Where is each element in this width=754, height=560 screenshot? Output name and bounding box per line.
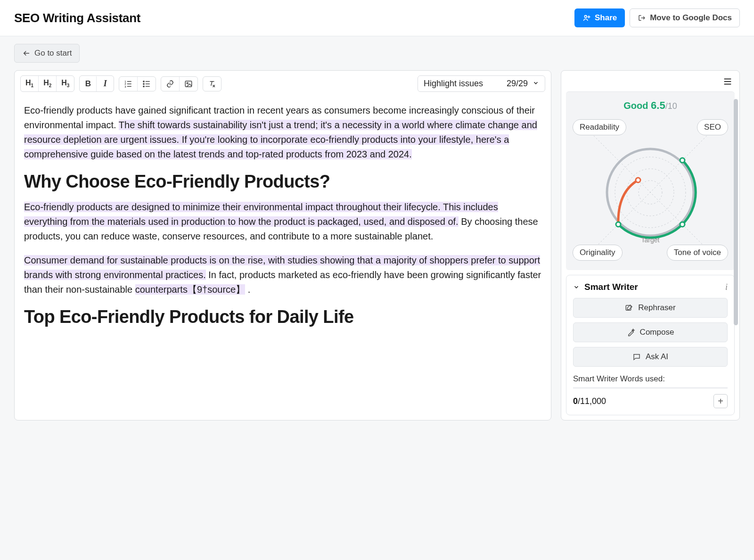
clear-group — [203, 76, 221, 91]
paragraph: Eco-friendly products have gained signif… — [24, 103, 541, 162]
paragraph: Eco-friendly products are designed to mi… — [24, 200, 541, 244]
usage-value: 0/11,000 — [573, 396, 606, 406]
go-to-start-label: Go to start — [34, 49, 72, 58]
rephraser-label: Rephraser — [638, 303, 675, 313]
style-group: B I — [79, 75, 114, 92]
smart-writer-panel: Smart Writer i Rephraser Compose Ask AI — [566, 275, 735, 415]
svg-rect-15 — [186, 81, 192, 87]
originality-pill[interactable]: Originality — [573, 245, 623, 261]
chevron-down-icon — [533, 80, 539, 88]
heading-group: H1 H2 H3 — [20, 75, 74, 91]
readability-pill[interactable]: Readability — [573, 119, 626, 135]
tone-pill[interactable]: Tone of voice — [667, 245, 728, 261]
chevron-down-icon — [573, 284, 580, 290]
insert-group — [161, 76, 198, 91]
svg-point-11 — [143, 86, 144, 87]
heading: Why Choose Eco-Friendly Products? — [24, 171, 541, 192]
rephraser-button[interactable]: Rephraser — [573, 298, 728, 318]
editor-panel: H1 H2 H3 B I 123 — [14, 70, 551, 420]
italic-button[interactable]: I — [97, 76, 114, 91]
ask-ai-label: Ask AI — [646, 352, 668, 362]
svg-point-16 — [187, 82, 188, 84]
ordered-list-button[interactable]: 123 — [119, 77, 138, 91]
editor-toolbar: H1 H2 H3 B I 123 — [15, 71, 551, 97]
usage-bar — [573, 387, 728, 388]
clear-format-button[interactable] — [203, 77, 221, 91]
image-button[interactable] — [180, 77, 197, 91]
share-label: Share — [595, 13, 617, 23]
bold-button[interactable]: B — [80, 76, 97, 91]
chat-icon — [632, 353, 641, 361]
document-body[interactable]: Eco-friendly products have gained signif… — [15, 97, 551, 349]
score-max: /10 — [665, 101, 677, 111]
seo-pill[interactable]: SEO — [697, 119, 728, 135]
paragraph: Consumer demand for sustainable products… — [24, 253, 541, 297]
highlight-issues-dropdown[interactable]: Highlight issues 29/29 — [418, 75, 545, 92]
svg-point-29 — [680, 222, 685, 227]
info-icon[interactable]: i — [725, 282, 728, 292]
highlight: counterparts【9†source】 — [135, 284, 245, 295]
ask-ai-button[interactable]: Ask AI — [573, 347, 728, 367]
move-google-button[interactable]: Move to Google Docs — [630, 8, 740, 27]
score-label: Good — [623, 100, 648, 111]
add-words-button[interactable]: + — [713, 394, 728, 408]
unordered-list-button[interactable] — [138, 77, 156, 91]
smart-writer-title: Smart Writer — [584, 282, 638, 292]
compose-label: Compose — [640, 328, 674, 337]
top-bar: SEO Writing Assistant Share Move to Goog… — [0, 0, 754, 36]
usage-row: 0/11,000 + — [573, 394, 728, 408]
compose-button[interactable]: Compose — [573, 322, 728, 342]
h3-button[interactable]: H3 — [57, 76, 74, 91]
edit-icon — [625, 304, 633, 312]
magic-icon — [627, 328, 635, 337]
top-actions: Share Move to Google Docs — [574, 8, 740, 27]
score-value: 6.5 — [651, 99, 665, 111]
svg-point-0 — [584, 16, 587, 18]
sidebar-panel: Good 6.5/10 Readability SEO Originality … — [561, 70, 740, 420]
svg-point-10 — [143, 83, 144, 84]
go-to-start-button[interactable]: Go to start — [14, 44, 80, 63]
svg-point-9 — [143, 81, 144, 82]
smart-writer-header[interactable]: Smart Writer i — [573, 282, 728, 292]
page-title: SEO Writing Assistant — [14, 11, 140, 25]
issues-count: 29/29 — [507, 79, 528, 89]
highlight: Eco-friendly products are designed to mi… — [24, 202, 441, 212]
score-section: Good 6.5/10 Readability SEO Originality … — [566, 91, 735, 270]
link-button[interactable] — [161, 77, 180, 91]
move-label: Move to Google Docs — [650, 13, 732, 23]
svg-point-31 — [636, 178, 640, 182]
scrollbar[interactable] — [734, 99, 738, 325]
sub-bar: Go to start — [0, 36, 754, 63]
svg-point-30 — [616, 222, 621, 227]
svg-text:3: 3 — [125, 85, 126, 88]
list-group: 123 — [119, 76, 156, 91]
share-icon — [582, 14, 591, 22]
export-icon — [638, 14, 646, 22]
h2-button[interactable]: H2 — [39, 76, 57, 91]
issues-label: Highlight issues — [424, 79, 483, 89]
score-line: Good 6.5/10 — [573, 99, 728, 112]
hamburger-icon[interactable] — [722, 76, 733, 87]
workspace: H1 H2 H3 B I 123 — [0, 63, 754, 435]
h1-button[interactable]: H1 — [21, 76, 39, 91]
share-button[interactable]: Share — [574, 8, 625, 27]
arrow-left-icon — [22, 49, 31, 58]
target-label: Target — [641, 236, 660, 244]
usage-label: Smart Writer Words used: — [573, 374, 728, 384]
svg-point-28 — [680, 158, 685, 163]
radar-chart: Readability SEO Originality Tone of voic… — [573, 119, 728, 261]
heading: Top Eco-Friendly Products for Daily Life — [24, 306, 541, 328]
